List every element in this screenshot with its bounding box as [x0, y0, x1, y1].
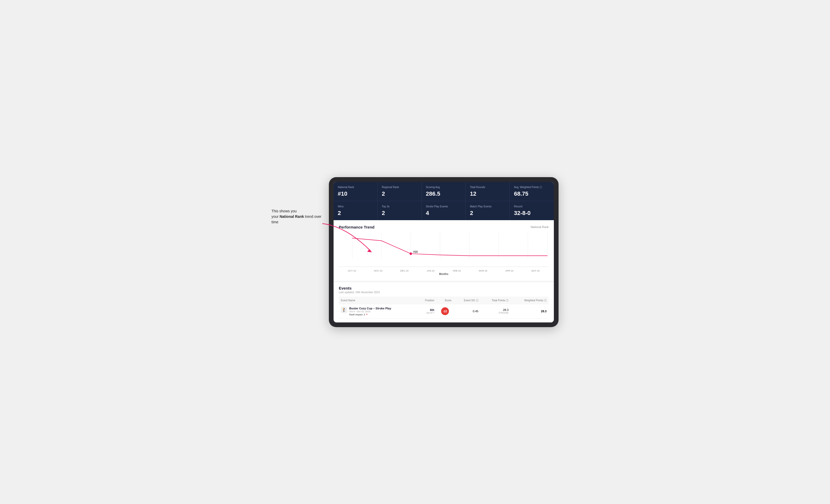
col-score: Score — [437, 297, 454, 304]
rank-impact-label: Rank Impact: 3 — [349, 313, 365, 316]
stat-stroke-play-label: Stroke Play Events — [426, 205, 461, 208]
col-weighted-points: Weighted Points ⓘ — [511, 297, 549, 304]
stat-wins-value: 2 — [338, 210, 373, 216]
col-total-points: Total Points ⓘ — [480, 297, 511, 304]
stat-top3s: Top 3s 2 — [378, 201, 422, 220]
stat-top3s-value: 2 — [382, 210, 417, 216]
stat-match-play: Match Play Events 2 — [466, 201, 510, 220]
stat-scoring-avg-value: 286.5 — [426, 191, 461, 197]
event-score-badge: -22 — [441, 307, 449, 315]
stat-scoring-avg-label: Scoring Avg. — [426, 186, 461, 189]
events-table-body: 🏌 Buster Cozy Cup – Stroke Play Oct 9 - … — [339, 304, 549, 318]
events-last-updated: Last updated: 24th November 2023 — [339, 291, 549, 294]
event-weighted-points-cell: 28.3 — [511, 304, 549, 318]
event-score-cell: -22 — [437, 304, 454, 318]
performance-section: Performance Trend National Rank — [333, 220, 554, 281]
stat-regional-rank: Regional Rank 2 — [378, 182, 422, 201]
stat-avg-weighted: Avg. Weighted Points ⓘ 68.75 — [510, 182, 554, 201]
chart-x-labels: OCT 23 NOV 23 DEC 23 JAN 24 FEB 24 MAR 2… — [339, 268, 549, 273]
stat-wins-label: Wins — [338, 205, 373, 208]
events-table-header-row: Event Name Position Score Event SG ⓘ Tot… — [339, 297, 549, 304]
stat-national-rank-value: #10 — [338, 191, 373, 197]
stat-stroke-play-value: 4 — [426, 210, 461, 216]
chart-x-axis-title: Months — [339, 273, 549, 277]
event-total-rounds: 3 Rounds — [483, 311, 509, 314]
stats-row-2: Wins 2 Top 3s 2 Stroke Play Events 4 Mat… — [333, 201, 554, 220]
stat-national-rank-label: National Rank — [338, 186, 373, 189]
stat-total-rounds-value: 12 — [470, 191, 505, 197]
col-event-sg-label: Event SG ⓘ — [464, 299, 478, 302]
annotation-line1: This shows you — [272, 209, 296, 213]
svg-point-9 — [410, 252, 412, 255]
chart-x-label-mar24: MAR 24 — [470, 269, 497, 272]
event-total-points-value: 28.3 — [483, 308, 509, 311]
stats-row-1: National Rank #10 Regional Rank 2 Scorin… — [333, 182, 554, 201]
stat-match-play-label: Match Play Events — [470, 205, 505, 208]
event-position-value: 6th — [419, 308, 434, 311]
chart-x-label-apr24: APR 24 — [496, 269, 522, 272]
stat-national-rank: National Rank #10 — [333, 182, 378, 201]
events-section: Events Last updated: 24th November 2023 … — [333, 281, 554, 323]
stat-total-rounds: Total Rounds 12 — [466, 182, 510, 201]
event-name-container: 🏌 Buster Cozy Cup – Stroke Play Oct 9 - … — [341, 307, 415, 316]
svg-text:#10: #10 — [413, 250, 418, 253]
stat-match-play-value: 2 — [470, 210, 505, 216]
stat-regional-rank-label: Regional Rank — [382, 186, 417, 189]
event-weighted-points-value: 28.3 — [541, 310, 547, 313]
chart-x-label-jan24: JAN 24 — [418, 269, 444, 272]
col-event-name: Event Name — [339, 297, 417, 304]
event-date: Oct 9 - Oct 10, 2023 — [349, 310, 391, 313]
col-weighted-points-label: Weighted Points ⓘ — [524, 299, 547, 302]
event-sg-cell: 0.45 — [454, 304, 480, 318]
stat-avg-weighted-label: Avg. Weighted Points ⓘ — [514, 186, 550, 189]
event-sg-value: 0.45 — [473, 310, 478, 313]
stat-stroke-play: Stroke Play Events 4 — [422, 201, 466, 220]
stat-scoring-avg: Scoring Avg. 286.5 — [422, 182, 466, 201]
col-position: Position — [417, 297, 437, 304]
event-position-sub: out of 7 — [419, 311, 434, 314]
chart-x-label-oct23: OCT 23 — [339, 269, 365, 272]
annotation-bold: National Rank — [280, 214, 304, 219]
rank-impact-arrow-icon: ▼ — [366, 313, 368, 316]
event-icon: 🏌 — [341, 307, 347, 313]
chart-x-label-may24: MAY 24 — [522, 269, 549, 272]
page-wrapper: This shows you your National Rank trend … — [272, 177, 558, 327]
stat-wins: Wins 2 — [333, 201, 378, 220]
col-event-sg: Event SG ⓘ — [454, 297, 480, 304]
stat-total-rounds-label: Total Rounds — [470, 186, 505, 189]
stat-record-value: 32-8-0 — [514, 210, 550, 216]
event-name-cell: 🏌 Buster Cozy Cup – Stroke Play Oct 9 - … — [339, 304, 417, 318]
stat-avg-weighted-value: 68.75 — [514, 191, 550, 197]
table-row: 🏌 Buster Cozy Cup – Stroke Play Oct 9 - … — [339, 304, 549, 318]
stat-record: Record 32-8-0 — [510, 201, 554, 220]
col-total-points-label: Total Points ⓘ — [492, 299, 508, 302]
events-table-header: Event Name Position Score Event SG ⓘ Tot… — [339, 297, 549, 304]
tablet-frame: National Rank #10 Regional Rank 2 Scorin… — [329, 177, 558, 327]
performance-chart: #10 — [339, 233, 549, 267]
annotation-line2a: your — [272, 214, 280, 219]
stat-record-label: Record — [514, 205, 550, 208]
rank-impact: Rank Impact: 3 ▼ — [349, 313, 391, 316]
performance-title: Performance Trend — [339, 225, 375, 229]
event-details: Buster Cozy Cup – Stroke Play Oct 9 - Oc… — [349, 307, 391, 316]
chart-x-label-nov23: NOV 23 — [365, 269, 391, 272]
event-position-cell: 6th out of 7 — [417, 304, 437, 318]
events-title: Events — [339, 286, 549, 290]
event-total-points-cell: 28.3 3 Rounds — [480, 304, 511, 318]
chart-x-label-feb24: FEB 24 — [444, 269, 470, 272]
events-table: Event Name Position Score Event SG ⓘ Tot… — [339, 297, 549, 319]
performance-label: National Rank — [531, 225, 549, 229]
stat-regional-rank-value: 2 — [382, 191, 417, 197]
stat-top3s-label: Top 3s — [382, 205, 417, 208]
chart-svg: #10 — [339, 233, 549, 267]
chart-x-label-dec23: DEC 23 — [391, 269, 418, 272]
event-name: Buster Cozy Cup – Stroke Play — [349, 307, 391, 310]
annotation-text: This shows you your National Rank trend … — [272, 208, 324, 225]
performance-header: Performance Trend National Rank — [339, 225, 549, 229]
tablet-screen: National Rank #10 Regional Rank 2 Scorin… — [333, 182, 554, 323]
